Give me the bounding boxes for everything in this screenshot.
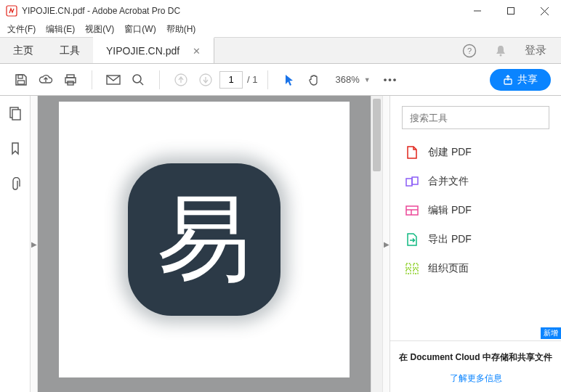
tool-organize-pages-label: 组织页面 <box>428 262 469 275</box>
page-total-label: / 1 <box>247 74 257 85</box>
chevron-down-icon: ▼ <box>364 76 371 83</box>
tool-export-pdf[interactable]: 导出 PDF <box>390 225 561 254</box>
organize-pages-icon <box>405 261 419 276</box>
menu-view[interactable]: 视图(V) <box>85 23 114 36</box>
scrollbar-thumb[interactable] <box>373 99 381 171</box>
tool-create-pdf[interactable]: 创建 PDF <box>390 138 561 167</box>
menu-file[interactable]: 文件(F) <box>7 23 36 36</box>
svg-text:?: ? <box>467 46 472 55</box>
login-button[interactable]: 登录 <box>525 44 546 57</box>
svg-rect-23 <box>406 206 418 215</box>
zoom-dropdown[interactable]: 368% ▼ <box>335 74 370 85</box>
document-view[interactable]: 易 <box>38 96 382 392</box>
tab-document-label: YIPOJIE.CN.pdf <box>106 45 179 57</box>
app-icon <box>6 5 17 17</box>
svg-point-14 <box>133 75 141 83</box>
tool-combine-files[interactable]: 合并文件 <box>390 167 561 196</box>
more-tools-icon[interactable]: ••• <box>384 74 398 85</box>
cloud-icon[interactable] <box>35 69 57 91</box>
pointer-icon[interactable] <box>278 69 300 91</box>
tools-list: 创建 PDF 合并文件 编辑 PDF 导出 PDF 组织页面 新增 <box>390 135 561 340</box>
tool-combine-files-label: 合并文件 <box>428 175 469 188</box>
menu-edit[interactable]: 编辑(E) <box>46 23 75 36</box>
svg-point-7 <box>500 54 502 56</box>
new-badge: 新增 <box>541 327 561 339</box>
page-current-input[interactable] <box>219 71 243 89</box>
left-navigation-rail <box>0 96 31 392</box>
export-pdf-icon <box>405 232 419 247</box>
svg-rect-20 <box>12 110 20 120</box>
cloud-promo-title: 在 Document Cloud 中存储和共享文件 <box>397 351 554 364</box>
next-page-icon[interactable] <box>195 69 217 91</box>
svg-line-15 <box>140 82 143 85</box>
svg-rect-29 <box>413 269 418 274</box>
attachment-icon[interactable] <box>9 177 21 194</box>
tab-document[interactable]: YIPOJIE.CN.pdf ✕ <box>93 37 214 63</box>
svg-rect-21 <box>406 179 412 186</box>
save-icon[interactable] <box>10 69 32 91</box>
chevron-right-icon: ▶ <box>31 240 37 248</box>
pdf-page: 易 <box>59 102 350 377</box>
share-button-label: 共享 <box>517 73 538 86</box>
share-button[interactable]: 共享 <box>490 69 551 91</box>
svg-rect-26 <box>406 264 411 268</box>
tool-create-pdf-label: 创建 PDF <box>428 146 472 159</box>
cloud-promo: 在 Document Cloud 中存储和共享文件 了解更多信息 <box>390 340 561 392</box>
tab-tools-label: 工具 <box>60 44 80 57</box>
minimize-button[interactable] <box>461 0 494 22</box>
menu-help[interactable]: 帮助(H) <box>166 23 196 36</box>
close-button[interactable] <box>528 0 561 22</box>
maximize-button[interactable] <box>494 0 528 22</box>
svg-rect-2 <box>508 8 514 15</box>
mail-icon[interactable] <box>102 69 124 91</box>
zoom-value: 368% <box>335 74 359 85</box>
prev-page-icon[interactable] <box>170 69 192 91</box>
right-panel-collapser[interactable]: ▶ <box>382 96 390 392</box>
help-icon[interactable]: ? <box>462 44 477 58</box>
svg-rect-28 <box>406 269 411 274</box>
create-pdf-icon <box>405 145 419 160</box>
share-icon <box>503 75 513 85</box>
bookmark-icon[interactable] <box>10 142 20 158</box>
vertical-scrollbar[interactable] <box>371 96 382 392</box>
tool-edit-pdf[interactable]: 编辑 PDF <box>390 196 561 225</box>
print-icon[interactable] <box>60 69 81 91</box>
hand-icon[interactable] <box>303 69 325 91</box>
menu-window[interactable]: 窗口(W) <box>124 23 156 36</box>
main-toolbar: / 1 368% ▼ ••• 共享 <box>0 64 561 96</box>
window-controls <box>461 0 561 22</box>
bell-icon[interactable] <box>494 44 507 57</box>
tab-home[interactable]: 主页 <box>0 38 47 63</box>
search-icon[interactable] <box>127 69 149 91</box>
cloud-promo-link[interactable]: 了解更多信息 <box>397 372 554 385</box>
svg-rect-9 <box>18 81 25 84</box>
left-panel-expander[interactable]: ▶ <box>31 96 38 392</box>
menu-bar: 文件(F) 编辑(E) 视图(V) 窗口(W) 帮助(H) <box>0 22 561 38</box>
page-indicator: / 1 <box>219 71 257 89</box>
tab-bar: 主页 工具 YIPOJIE.CN.pdf ✕ ? 登录 <box>0 38 561 64</box>
tab-home-label: 主页 <box>13 44 33 57</box>
tab-tools[interactable]: 工具 <box>47 38 93 63</box>
combine-files-icon <box>405 174 419 189</box>
svg-rect-11 <box>65 78 76 83</box>
tools-pane: 创建 PDF 合并文件 编辑 PDF 导出 PDF 组织页面 新增 在 Docu… <box>390 96 561 392</box>
content-area: ▶ 易 ▶ 创建 PDF 合并文件 编辑 PDF 导 <box>0 96 561 392</box>
svg-rect-22 <box>412 177 418 184</box>
tools-search-input[interactable] <box>402 106 549 129</box>
thumbnails-icon[interactable] <box>9 106 22 123</box>
svg-rect-27 <box>413 264 418 268</box>
chevron-right-icon: ▶ <box>384 240 390 248</box>
tool-edit-pdf-label: 编辑 PDF <box>428 204 472 217</box>
window-titlebar: YIPOJIE.CN.pdf - Adobe Acrobat Pro DC <box>0 0 561 22</box>
edit-pdf-icon <box>405 203 419 218</box>
tool-export-pdf-label: 导出 PDF <box>428 233 472 246</box>
tool-organize-pages[interactable]: 组织页面 <box>390 254 561 283</box>
window-title: YIPOJIE.CN.pdf - Adobe Acrobat Pro DC <box>22 6 461 16</box>
page-logo-graphic: 易 <box>128 163 280 316</box>
close-tab-icon[interactable]: ✕ <box>193 46 201 57</box>
